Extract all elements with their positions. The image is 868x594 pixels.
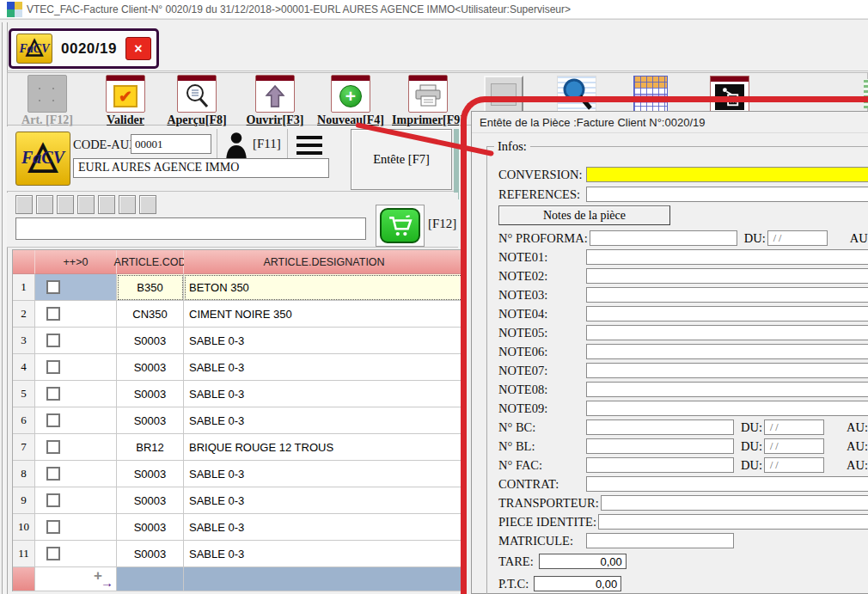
article-designation-cell[interactable]: BETON 350 xyxy=(184,274,465,301)
tab-close-button[interactable]: × xyxy=(125,37,151,60)
table-row[interactable]: 10 S0003 SABLE 0-3 xyxy=(13,514,465,541)
field-input[interactable] xyxy=(586,306,868,321)
article-code-cell[interactable]: S0003 xyxy=(117,487,184,514)
article-designation-cell[interactable]: SABLE 0-3 xyxy=(184,354,465,381)
field-input[interactable] xyxy=(601,495,868,511)
field-input[interactable] xyxy=(586,457,734,473)
article-search-input[interactable] xyxy=(15,217,366,240)
table-row[interactable]: 6 S0003 SABLE 0-3 xyxy=(13,407,465,434)
delete-button[interactable] xyxy=(710,76,749,113)
du-date-input[interactable]: / / xyxy=(764,438,824,454)
article-code-cell[interactable]: CN350 xyxy=(117,301,184,328)
filter-tab[interactable] xyxy=(119,195,136,214)
toolbar-button-nouveau[interactable]: + Nouveau[F4] xyxy=(311,75,390,127)
client-name-input[interactable]: EURL AURES AGENCE IMMO xyxy=(73,158,329,178)
toolbar-button-imprimer[interactable]: Imprimer[F9] xyxy=(388,75,468,127)
filter-tab[interactable] xyxy=(77,195,95,214)
article-code-cell[interactable]: S0003 xyxy=(117,461,184,487)
search-zoom-button[interactable] xyxy=(557,76,596,113)
document-tab[interactable]: △ FaCV 0020/19 × xyxy=(9,28,159,69)
field-input[interactable] xyxy=(586,419,734,435)
field-input[interactable] xyxy=(586,325,868,340)
field-input[interactable]: 0,00 xyxy=(539,554,627,569)
filter-tab[interactable] xyxy=(57,195,74,214)
field-input[interactable] xyxy=(586,533,734,548)
field-input[interactable] xyxy=(598,514,868,530)
article-designation-cell[interactable]: BRIQUE ROUGE 12 TROUS xyxy=(184,434,465,461)
article-designation-cell[interactable]: SABLE 0-3 xyxy=(184,461,465,487)
row-select-cell[interactable] xyxy=(35,407,117,434)
article-designation-cell[interactable]: SABLE 0-3 xyxy=(184,407,465,434)
field-input[interactable] xyxy=(586,268,868,284)
article-designation-cell[interactable]: SABLE 0-3 xyxy=(184,381,465,407)
filter-tab[interactable] xyxy=(36,195,53,214)
du-date-input[interactable]: / / xyxy=(764,419,824,435)
table-row[interactable]: 2 CN350 CIMENT NOIRE 350 xyxy=(13,301,465,328)
field-input[interactable] xyxy=(586,438,734,454)
blank-square-button[interactable] xyxy=(484,76,523,113)
table-row[interactable]: 9 S0003 SABLE 0-3 xyxy=(13,487,465,514)
table-row[interactable]: 4 S0003 SABLE 0-3 xyxy=(13,354,465,381)
header-select[interactable]: ++>0 xyxy=(35,250,117,274)
row-checkbox[interactable] xyxy=(46,493,60,507)
table-row[interactable]: 5 S0003 SABLE 0-3 xyxy=(13,381,465,407)
row-checkbox[interactable] xyxy=(46,440,60,454)
article-designation-cell[interactable]: SABLE 0-3 xyxy=(184,487,465,514)
cart-button[interactable] xyxy=(376,205,425,247)
row-select-cell[interactable] xyxy=(35,328,117,354)
field-input[interactable]: 0,00 xyxy=(534,576,621,591)
article-code-cell[interactable]: S0003 xyxy=(117,541,184,567)
code-aux-input[interactable]: 00001 xyxy=(131,134,211,154)
row-select-cell[interactable] xyxy=(35,274,117,301)
du-date-input[interactable]: / / xyxy=(764,457,824,473)
facv-logo-button[interactable]: △ FaCV xyxy=(15,132,70,186)
article-code-cell[interactable]: S0003 xyxy=(117,381,184,407)
table-row[interactable]: 8 S0003 SABLE 0-3 xyxy=(13,461,465,487)
filter-tab[interactable] xyxy=(139,195,156,214)
field-input[interactable] xyxy=(586,363,868,378)
article-designation-cell[interactable]: SABLE 0-3 xyxy=(184,328,465,354)
article-code-cell[interactable]: BR12 xyxy=(117,434,184,461)
article-designation-cell[interactable]: SABLE 0-3 xyxy=(184,514,465,541)
toolbar-button-valider[interactable]: ✔ Valider xyxy=(86,75,165,127)
field-input[interactable] xyxy=(586,249,868,265)
references-input[interactable] xyxy=(586,187,868,202)
row-checkbox[interactable] xyxy=(46,520,60,534)
conversion-input[interactable] xyxy=(586,167,868,182)
field-input[interactable] xyxy=(590,230,737,246)
row-select-cell[interactable] xyxy=(35,461,117,487)
grid-view-button[interactable] xyxy=(633,76,668,113)
notes-piece-button[interactable]: Notes de la pièce xyxy=(498,205,670,225)
article-designation-cell[interactable]: CIMENT NOIRE 350 xyxy=(184,301,465,328)
article-code-cell[interactable]: S0003 xyxy=(117,407,184,434)
row-select-cell[interactable] xyxy=(35,514,117,541)
header-article-designation[interactable]: ARTICLE.DESIGNATION xyxy=(184,250,465,274)
menu-icon[interactable] xyxy=(296,136,322,159)
row-select-cell[interactable] xyxy=(35,487,117,514)
row-checkbox[interactable] xyxy=(46,387,60,401)
table-row[interactable]: 7 BR12 BRIQUE ROUGE 12 TROUS xyxy=(13,434,465,461)
row-checkbox[interactable] xyxy=(46,413,60,427)
row-select-cell[interactable] xyxy=(35,541,117,567)
row-select-cell[interactable] xyxy=(35,301,117,328)
client-person-icon[interactable] xyxy=(222,131,251,160)
article-code-cell[interactable]: S0003 xyxy=(117,354,184,381)
toolbar-button-apercu[interactable]: Aperçu[F8] xyxy=(157,75,236,127)
article-code-cell[interactable]: B350 xyxy=(117,274,184,301)
article-code-cell[interactable]: S0003 xyxy=(117,514,184,541)
article-designation-cell[interactable]: SABLE 0-3 xyxy=(184,541,465,567)
field-input[interactable] xyxy=(586,382,868,397)
filter-tab[interactable] xyxy=(98,195,115,214)
field-input[interactable] xyxy=(586,287,868,303)
du-date-input[interactable]: / / xyxy=(767,230,828,246)
row-checkbox[interactable] xyxy=(46,547,60,560)
row-checkbox[interactable] xyxy=(46,360,60,374)
table-row[interactable]: 1 B350 BETON 350 xyxy=(13,274,465,301)
row-select-cell[interactable] xyxy=(35,381,117,407)
row-checkbox[interactable] xyxy=(46,467,60,481)
toolbar-button-ouvrir[interactable]: Ouvrir[F3] xyxy=(235,75,315,127)
entete-button[interactable]: Entête [F7] xyxy=(351,129,452,190)
row-checkbox[interactable] xyxy=(46,307,60,321)
header-article-code[interactable]: ARTICLE.COD xyxy=(117,250,184,274)
field-input[interactable] xyxy=(586,401,868,416)
